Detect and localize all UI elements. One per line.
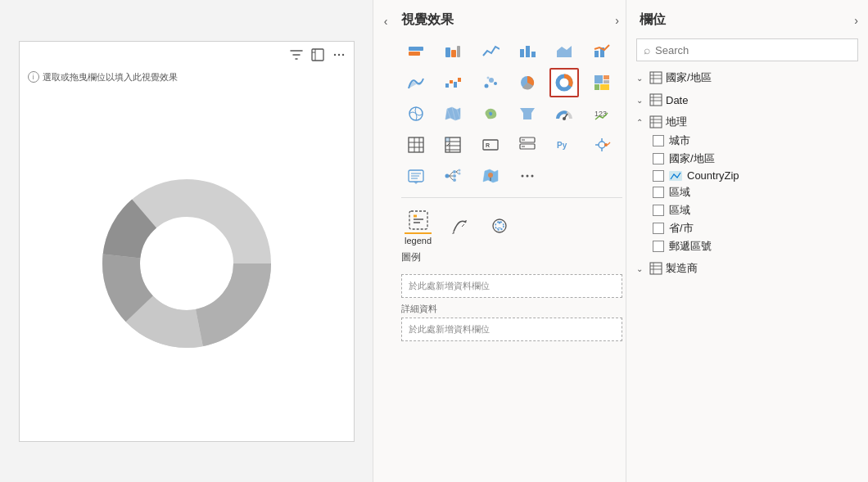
- viz-icon-multirow-card[interactable]: [513, 130, 542, 160]
- viz-icon-bar-chart2[interactable]: [513, 37, 542, 66]
- viz-icon-map[interactable]: [401, 99, 431, 128]
- table-icon-mfr: [649, 262, 662, 275]
- svg-point-31: [561, 79, 567, 86]
- svg-point-72: [453, 174, 456, 178]
- checkbox-countryzip[interactable]: [653, 170, 664, 182]
- tab-format[interactable]: [446, 212, 474, 243]
- viz-icon-card[interactable]: R: [476, 130, 505, 160]
- viz-icon-pie[interactable]: [513, 68, 542, 97]
- tab-analyze[interactable]: [486, 212, 513, 243]
- viz-icon-ribbon[interactable]: [401, 68, 431, 97]
- viz-icon-stacked-bar[interactable]: [401, 37, 431, 66]
- viz-icon-combo-chart[interactable]: [587, 37, 617, 66]
- svg-rect-93: [650, 72, 662, 83]
- checkbox-province[interactable]: [653, 223, 664, 234]
- field-group-manufacturer-header[interactable]: ⌄ 製造商: [636, 259, 858, 278]
- svg-point-2: [337, 53, 339, 55]
- viz-icon-matrix[interactable]: [438, 130, 468, 160]
- viz-panel: ‹ 視覺效果 ›: [373, 0, 626, 482]
- viz-icon-shape-map[interactable]: [476, 99, 505, 128]
- viz-icon-python[interactable]: Py: [549, 130, 579, 160]
- viz-icon-funnel[interactable]: [513, 99, 542, 128]
- field-drop-zone-legend[interactable]: 於此處新增資料欄位: [401, 274, 622, 298]
- search-box[interactable]: ⌕: [636, 38, 858, 61]
- map-icon: [669, 171, 682, 181]
- viz-icon-waterfall[interactable]: [438, 68, 468, 97]
- field-item-province[interactable]: 省/市: [636, 219, 858, 237]
- field-item-countryzip[interactable]: CountryZip: [636, 168, 858, 183]
- svg-rect-35: [594, 84, 599, 90]
- viz-divider: [401, 197, 622, 198]
- svg-rect-32: [594, 75, 603, 83]
- tab-legend-label: legend: [405, 236, 432, 246]
- field-name-region1: 區域: [669, 185, 690, 200]
- field-item-region1[interactable]: 區域: [636, 183, 858, 201]
- viz-nav-right-arrow[interactable]: ›: [615, 14, 619, 27]
- expand-icon[interactable]: [310, 47, 326, 63]
- field-group-geo: ⌃ 地理 城市 國家/地區: [636, 112, 858, 255]
- search-input[interactable]: [655, 44, 851, 56]
- svg-rect-12: [445, 47, 450, 57]
- field-item-region2[interactable]: 區域: [636, 201, 858, 219]
- viz-icon-gauge[interactable]: [549, 99, 579, 128]
- svg-rect-23: [454, 82, 457, 88]
- field-drop-zone-detail[interactable]: 於此處新增資料欄位: [401, 318, 622, 341]
- svg-rect-97: [650, 94, 662, 106]
- viz-icon-azure-map[interactable]: [476, 161, 505, 191]
- svg-point-60: [599, 142, 605, 148]
- field-item-city[interactable]: 城市: [636, 132, 858, 150]
- field-item-country[interactable]: 國家/地區: [636, 150, 858, 168]
- donut-chart-area: [20, 87, 354, 441]
- viz-icon-line-chart[interactable]: [476, 37, 505, 66]
- field-item-zipcode[interactable]: 郵遞區號: [636, 237, 858, 255]
- field-group-date-header[interactable]: ⌄ Date: [636, 91, 858, 109]
- chart-container: i 選取或拖曳欄位以填入此視覺效果: [19, 41, 355, 442]
- checkbox-region1[interactable]: [653, 187, 664, 198]
- checkbox-region2[interactable]: [653, 205, 664, 216]
- viz-header: 視覺效果 ›: [398, 0, 626, 35]
- viz-icon-scatter[interactable]: [476, 68, 505, 97]
- svg-point-82: [521, 175, 523, 178]
- viz-icon-table[interactable]: [401, 130, 431, 160]
- active-tab-label: 圖例: [398, 249, 626, 268]
- viz-icon-key-influencers[interactable]: [587, 130, 617, 160]
- checkbox-zipcode[interactable]: [653, 241, 664, 252]
- field-section-detail-label: 詳細資料: [401, 303, 622, 315]
- viz-icon-treemap[interactable]: [587, 68, 617, 97]
- viz-nav-left[interactable]: ‹: [373, 0, 398, 482]
- viz-icon-kpi[interactable]: 123: [587, 99, 617, 128]
- checkbox-city[interactable]: [653, 135, 664, 146]
- viz-icon-smart-narrative[interactable]: [401, 161, 431, 191]
- fields-panel: 欄位 › ⌕ ⌄ 國家/地區 ⌄: [626, 0, 868, 482]
- field-section-detail: 詳細資料 於此處新增資料欄位: [401, 303, 622, 341]
- svg-rect-42: [409, 137, 423, 152]
- field-group-geo-header[interactable]: ⌃ 地理: [636, 112, 858, 132]
- field-name-province: 省/市: [669, 221, 694, 236]
- more-options-icon[interactable]: [331, 47, 347, 63]
- viz-icons-grid: 123: [398, 35, 626, 192]
- svg-rect-36: [600, 84, 609, 90]
- viz-icon-area-chart[interactable]: [549, 37, 579, 66]
- svg-rect-52: [445, 137, 450, 142]
- svg-point-73: [453, 178, 456, 182]
- svg-point-26: [489, 78, 494, 83]
- svg-point-71: [453, 170, 456, 173]
- svg-point-28: [486, 77, 489, 79]
- tab-legend[interactable]: legend: [401, 206, 435, 249]
- svg-point-92: [499, 222, 501, 224]
- field-group-country-header[interactable]: ⌄ 國家/地區: [636, 68, 858, 88]
- viz-icon-decomp-tree[interactable]: [438, 161, 468, 191]
- fields-title: 欄位: [640, 11, 666, 29]
- svg-point-64: [604, 143, 608, 146]
- filter-icon[interactable]: [288, 47, 305, 63]
- viz-icon-filled-map[interactable]: [438, 99, 468, 128]
- viz-icon-clustered-bar[interactable]: [438, 37, 468, 66]
- checkbox-country[interactable]: [653, 153, 664, 164]
- viz-icon-donut[interactable]: [549, 68, 579, 97]
- viz-icon-more[interactable]: [513, 161, 542, 191]
- donut-chart: [97, 173, 277, 354]
- svg-line-79: [456, 170, 459, 172]
- field-name-city: 城市: [669, 133, 690, 148]
- info-icon: i: [28, 71, 39, 83]
- fields-nav-right[interactable]: ›: [854, 14, 858, 27]
